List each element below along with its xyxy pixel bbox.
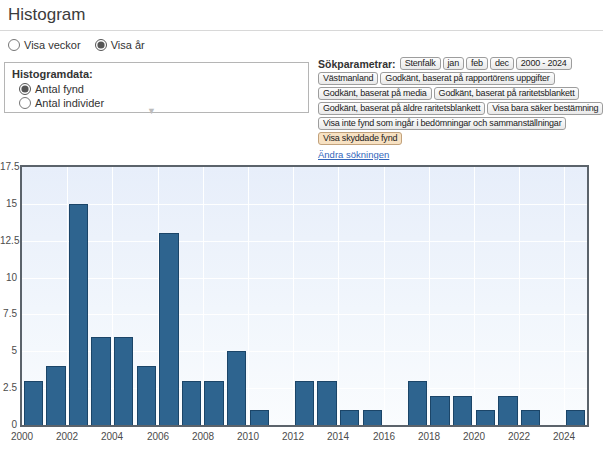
search-param-chip[interactable]: feb <box>466 57 488 70</box>
histogram-chart: 02.557.51012.51517.520002002200420062008… <box>0 158 603 451</box>
x-axis-tick-label-2008: 2008 <box>186 431 220 442</box>
histogramdata-options: Antal fyndAntal individer <box>12 83 301 109</box>
gridline-vertical <box>519 167 520 425</box>
radio-option-histodata-1[interactable]: Antal individer <box>19 97 301 109</box>
radio-option-view-0[interactable]: Visa veckor <box>8 39 81 51</box>
gridline-vertical <box>384 167 385 425</box>
x-axis-tick-label-2006: 2006 <box>141 431 175 442</box>
gridline-horizontal <box>22 241 587 242</box>
radio-label: Antal individer <box>35 97 104 109</box>
y-axis-tick-label-10: 10 <box>0 273 17 283</box>
histogram-bar-2007 <box>182 381 202 425</box>
histogram-bar-2013 <box>317 381 337 425</box>
gridline-vertical <box>564 167 565 425</box>
histogramdata-box: Histogramdata: Antal fyndAntal individer <box>4 62 309 113</box>
search-param-chip-highlighted[interactable]: Visa skyddade fynd <box>318 132 402 145</box>
gridline-horizontal <box>22 204 587 205</box>
histogram-bar-2024 <box>566 410 586 425</box>
histogram-bar-2005 <box>137 366 157 425</box>
y-axis-tick-label-7.5: 7.5 <box>0 309 17 319</box>
y-axis-tick-label-5: 5 <box>0 346 17 356</box>
gridline-vertical <box>474 167 475 425</box>
radio-label: Antal fynd <box>35 83 84 95</box>
histogram-bar-2022 <box>521 410 541 425</box>
histogram-bar-2012 <box>295 381 315 425</box>
plot-area <box>20 165 589 427</box>
search-params-chip-list: Sökparametrar: Stenfalkjanfebdec2000 - 2… <box>318 56 603 146</box>
x-axis-tick-label-2016: 2016 <box>367 431 401 442</box>
x-axis-tick-label-2004: 2004 <box>95 431 129 442</box>
gridline-horizontal <box>22 278 587 279</box>
radio-option-histodata-0[interactable]: Antal fynd <box>19 83 301 95</box>
search-param-chip[interactable]: Godkänt, baserat på media <box>318 87 432 100</box>
search-param-chip[interactable]: Västmanland <box>318 72 378 85</box>
radio-histodata-0[interactable] <box>19 83 31 95</box>
histogram-bar-2001 <box>46 366 66 425</box>
gridline-horizontal <box>22 314 587 315</box>
histogram-bar-2002 <box>69 204 89 425</box>
x-axis-tick-label-2020: 2020 <box>457 431 491 442</box>
histogram-bar-2017 <box>408 381 428 425</box>
y-axis-tick-label-17.5: 17.5 <box>0 162 17 172</box>
gridline-vertical <box>248 167 249 425</box>
search-params-label: Sökparametrar: <box>318 58 396 70</box>
radio-view-0[interactable] <box>8 39 20 51</box>
gridline-vertical <box>338 167 339 425</box>
histogram-bar-2018 <box>430 396 450 425</box>
radio-option-view-1[interactable]: Visa år <box>95 39 145 51</box>
search-param-chip[interactable]: 2000 - 2024 <box>516 57 572 70</box>
search-param-chip[interactable]: Godkänt, baserat på äldre raritetsblanke… <box>318 102 485 115</box>
histogram-bar-2009 <box>227 351 247 425</box>
histogram-bar-2020 <box>476 410 496 425</box>
x-axis-tick-label-2002: 2002 <box>50 431 84 442</box>
radio-view-1[interactable] <box>95 39 107 51</box>
gridline-vertical <box>112 167 113 425</box>
x-axis-tick-label-2022: 2022 <box>502 431 536 442</box>
search-param-chip[interactable]: Stenfalk <box>400 57 441 70</box>
histogram-bar-2008 <box>204 381 224 425</box>
histogram-bar-2006 <box>159 233 179 425</box>
histogram-bar-2021 <box>498 396 518 425</box>
view-toggle-group: Visa veckorVisa år <box>8 39 145 51</box>
radio-histodata-1[interactable] <box>19 97 31 109</box>
title-divider <box>0 30 603 31</box>
histogram-bar-2004 <box>114 337 134 425</box>
y-axis-tick-label-2.5: 2.5 <box>0 383 17 393</box>
radio-label: Visa veckor <box>24 39 81 51</box>
x-axis-tick-label-2000: 2000 <box>5 431 39 442</box>
search-param-chip[interactable]: Visa inte fynd som ingår i bedömningar o… <box>318 117 566 130</box>
search-param-chip[interactable]: dec <box>490 57 514 70</box>
y-axis-tick-label-0: 0 <box>0 420 17 430</box>
page-title: Histogram <box>8 5 85 25</box>
histogram-bar-2010 <box>250 410 270 425</box>
search-param-chip[interactable]: Godkänt, baserat på rapportörens uppgift… <box>380 72 554 85</box>
x-axis-tick-label-2024: 2024 <box>547 431 581 442</box>
radio-label: Visa år <box>111 39 145 51</box>
search-param-chip[interactable]: jan <box>443 57 464 70</box>
histogram-bar-2003 <box>91 337 111 425</box>
gridline-vertical <box>429 167 430 425</box>
histogram-page: Histogram Visa veckorVisa år Histogramda… <box>0 0 603 451</box>
collapse-arrow-icon[interactable]: ▼ <box>147 107 156 116</box>
search-param-chip[interactable]: Godkänt, baserat på raritetsblankett <box>434 87 580 100</box>
x-axis-tick-label-2018: 2018 <box>412 431 446 442</box>
histogram-bar-2000 <box>24 381 44 425</box>
histogram-bar-2014 <box>340 410 360 425</box>
search-param-chip[interactable]: Visa bara säker bestämning <box>487 102 603 115</box>
histogramdata-title: Histogramdata: <box>12 68 301 80</box>
x-axis-tick-label-2014: 2014 <box>321 431 355 442</box>
x-axis-tick-label-2010: 2010 <box>231 431 265 442</box>
histogram-bar-2015 <box>363 410 383 425</box>
x-axis-tick-label-2012: 2012 <box>276 431 310 442</box>
y-axis-tick-label-12.5: 12.5 <box>0 236 17 246</box>
histogram-bar-2019 <box>453 396 473 425</box>
y-axis-tick-label-15: 15 <box>0 199 17 209</box>
